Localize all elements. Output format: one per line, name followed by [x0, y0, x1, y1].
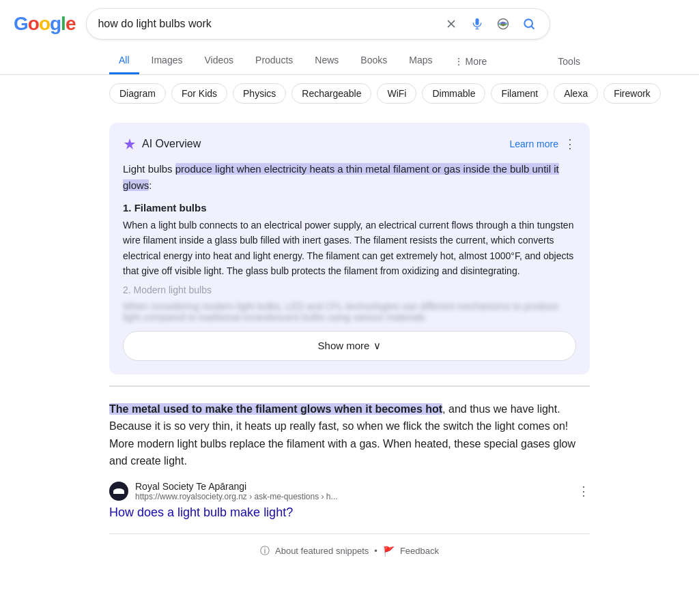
ai-body-2-blurred: When considering modern light bulbs, LED… — [123, 301, 576, 323]
ai-header-right: Learn more ⋮ — [509, 136, 576, 151]
google-logo[interactable]: Google — [14, 13, 75, 35]
clear-button[interactable] — [442, 14, 461, 33]
tab-products[interactable]: Products — [246, 48, 302, 74]
show-more-button[interactable]: Show more ∨ — [123, 331, 576, 361]
chip-physics[interactable]: Physics — [233, 83, 286, 104]
ai-intro-plain: Light bulbs — [123, 163, 175, 175]
ai-overview-section: AI Overview Learn more ⋮ Light bulbs pro… — [109, 123, 590, 375]
ai-intro-highlight: produce light when electricity heats a t… — [123, 163, 559, 191]
source-row: Royal Society Te Apārangi https://www.ro… — [109, 481, 590, 501]
ai-star-icon — [123, 137, 137, 151]
filter-chips: Diagram For Kids Physics Rechargeable Wi… — [0, 75, 699, 112]
lens-search-button[interactable] — [494, 14, 513, 33]
search-bar-icons — [442, 14, 539, 33]
ai-heading-2-faded: 2. Modern light bulbs — [123, 284, 576, 295]
featured-snippet: The metal used to make the filament glow… — [109, 386, 590, 533]
main-content: AI Overview Learn more ⋮ Light bulbs pro… — [0, 123, 699, 568]
ai-overview-title: AI Overview — [123, 137, 201, 151]
chip-wifi[interactable]: WiFi — [377, 83, 416, 104]
ai-intro-text: Light bulbs produce light when electrici… — [123, 161, 576, 194]
snippet-footer: ⓘ About featured snippets • 🚩 Feedback — [109, 534, 590, 568]
more-icon: ⋮ — [454, 56, 463, 67]
result-link[interactable]: How does a light bulb make light? — [109, 505, 293, 519]
ai-body-1: When a light bulb connects to an electri… — [123, 218, 576, 279]
header: Google — [0, 0, 699, 48]
snippet-text: The metal used to make the filament glow… — [109, 400, 590, 470]
snippet-highlight: The metal used to make the filament glow… — [109, 403, 442, 415]
svg-point-7 — [525, 19, 533, 27]
more-label: More — [465, 56, 487, 67]
source-favicon-inner — [113, 488, 124, 494]
show-more-label: Show more — [318, 340, 370, 351]
source-favicon — [109, 482, 128, 501]
svg-line-8 — [532, 27, 534, 29]
footer-separator: • — [374, 546, 377, 556]
ai-intro-end: : — [149, 179, 152, 191]
tab-all[interactable]: All — [109, 48, 139, 74]
about-featured-snippets-link[interactable]: About featured snippets — [275, 546, 369, 556]
source-info: Royal Society Te Apārangi https://www.ro… — [135, 481, 571, 501]
tools-button[interactable]: Tools — [548, 49, 590, 74]
ai-overview-header: AI Overview Learn more ⋮ — [123, 136, 576, 151]
ai-more-options-button[interactable]: ⋮ — [564, 136, 576, 151]
voice-search-button[interactable] — [468, 14, 487, 33]
chip-diagram[interactable]: Diagram — [109, 83, 166, 104]
ai-heading-1: 1. Filament bulbs — [123, 202, 576, 214]
source-name: Royal Society Te Apārangi — [135, 481, 571, 492]
chip-filament[interactable]: Filament — [491, 83, 548, 104]
chevron-down-icon: ∨ — [373, 340, 381, 352]
source-options-button[interactable]: ⋮ — [577, 484, 590, 499]
chip-dimmable[interactable]: Dimmable — [422, 83, 485, 104]
ai-overview-title-text: AI Overview — [142, 138, 201, 150]
chip-firework[interactable]: Firework — [603, 83, 661, 104]
more-tabs-button[interactable]: ⋮ More — [444, 49, 496, 74]
search-button[interactable] — [519, 14, 539, 33]
chip-for-kids[interactable]: For Kids — [171, 83, 227, 104]
chip-alexa[interactable]: Alexa — [554, 83, 598, 104]
learn-more-link[interactable]: Learn more — [509, 138, 558, 149]
tab-videos[interactable]: Videos — [195, 48, 243, 74]
info-icon: ⓘ — [260, 545, 270, 557]
tab-maps[interactable]: Maps — [399, 48, 442, 74]
tab-books[interactable]: Books — [351, 48, 397, 74]
search-input[interactable] — [98, 18, 435, 30]
feedback-icon: 🚩 — [383, 546, 395, 557]
nav-tabs: All Images Videos Products News Books Ma… — [0, 48, 699, 75]
source-url: https://www.royalsociety.org.nz › ask-me… — [135, 492, 571, 501]
search-bar — [86, 8, 550, 40]
feedback-link[interactable]: Feedback — [400, 546, 439, 556]
tab-images[interactable]: Images — [142, 48, 192, 74]
chip-rechargeable[interactable]: Rechargeable — [291, 83, 371, 104]
tab-news[interactable]: News — [305, 48, 348, 74]
svg-marker-9 — [124, 138, 135, 149]
svg-rect-2 — [476, 18, 479, 25]
